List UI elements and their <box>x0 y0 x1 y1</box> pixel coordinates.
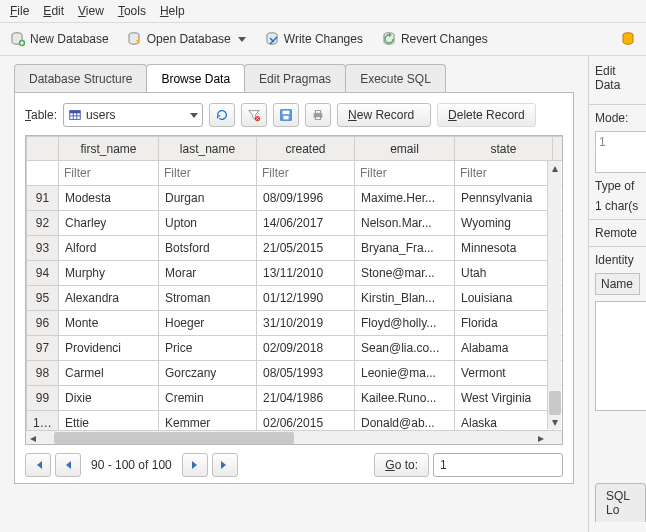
goto-input[interactable] <box>433 453 563 477</box>
cell-email[interactable]: Floyd@holly... <box>355 311 455 336</box>
cell-created[interactable]: 02/06/2015 <box>257 411 355 431</box>
cell-first_name[interactable]: Murphy <box>59 261 159 286</box>
cell-first_name[interactable]: Alexandra <box>59 286 159 311</box>
cell-first_name[interactable]: Charley <box>59 211 159 236</box>
write-changes-button[interactable]: Write Changes <box>264 31 363 47</box>
table-row[interactable]: 98CarmelGorczany08/05/1993Leonie@ma...Ve… <box>27 361 563 386</box>
cell-last_name[interactable]: Durgan <box>159 186 257 211</box>
menu-view[interactable]: View <box>78 4 104 18</box>
tab-database-structure[interactable]: Database Structure <box>14 64 147 92</box>
row-number[interactable]: 98 <box>27 361 59 386</box>
table-row[interactable]: 95AlexandraStroman01/12/1990Kirstin_Blan… <box>27 286 563 311</box>
row-number[interactable]: 97 <box>27 336 59 361</box>
scroll-up-icon[interactable]: ▴ <box>548 161 561 175</box>
row-number[interactable]: 95 <box>27 286 59 311</box>
prev-page-button[interactable] <box>55 453 81 477</box>
filter-state[interactable] <box>457 163 550 183</box>
cell-state[interactable]: Alabama <box>455 336 553 361</box>
cell-email[interactable]: Donald@ab... <box>355 411 455 431</box>
cell-first_name[interactable]: Dixie <box>59 386 159 411</box>
cell-created[interactable]: 08/05/1993 <box>257 361 355 386</box>
table-row[interactable]: 99DixieCremin21/04/1986Kailee.Runo...Wes… <box>27 386 563 411</box>
cell-last_name[interactable]: Botsford <box>159 236 257 261</box>
save-button[interactable] <box>273 103 299 127</box>
cell-last_name[interactable]: Stroman <box>159 286 257 311</box>
cell-email[interactable]: Maxime.Her... <box>355 186 455 211</box>
table-row[interactable]: 92CharleyUpton14/06/2017Nelson.Mar...Wyo… <box>27 211 563 236</box>
refresh-button[interactable] <box>209 103 235 127</box>
table-row[interactable]: 97ProvidenciPrice02/09/2018Sean@lia.co..… <box>27 336 563 361</box>
cell-created[interactable]: 13/11/2010 <box>257 261 355 286</box>
table-row[interactable]: 100EttieKemmer02/06/2015Donald@ab...Alas… <box>27 411 563 431</box>
cell-email[interactable]: Kirstin_Blan... <box>355 286 455 311</box>
extra-button-cut[interactable] <box>620 31 636 47</box>
cell-first_name[interactable]: Modesta <box>59 186 159 211</box>
cell-last_name[interactable]: Kemmer <box>159 411 257 431</box>
cell-last_name[interactable]: Hoeger <box>159 311 257 336</box>
cell-state[interactable]: Alaska <box>455 411 553 431</box>
col-rownum[interactable] <box>27 137 59 161</box>
filter-email[interactable] <box>357 163 452 183</box>
cell-created[interactable]: 02/09/2018 <box>257 336 355 361</box>
menu-file[interactable]: File <box>10 4 29 18</box>
scroll-down-icon[interactable]: ▾ <box>548 415 561 429</box>
scroll-left-icon[interactable]: ◂ <box>26 431 40 445</box>
cell-email[interactable]: Bryana_Fra... <box>355 236 455 261</box>
open-database-button[interactable]: Open Database <box>127 31 246 47</box>
cell-state[interactable]: West Virginia <box>455 386 553 411</box>
cell-state[interactable]: Wyoming <box>455 211 553 236</box>
cell-edit-box[interactable]: 1 <box>595 131 646 173</box>
row-number[interactable]: 92 <box>27 211 59 236</box>
filter-first_name[interactable] <box>61 163 156 183</box>
table-row[interactable]: 93AlfordBotsford21/05/2015Bryana_Fra...M… <box>27 236 563 261</box>
cell-state[interactable]: Minnesota <box>455 236 553 261</box>
cell-first_name[interactable]: Monte <box>59 311 159 336</box>
cell-first_name[interactable]: Alford <box>59 236 159 261</box>
row-number[interactable]: 94 <box>27 261 59 286</box>
col-first_name[interactable]: first_name <box>59 137 159 161</box>
next-page-button[interactable] <box>182 453 208 477</box>
row-number[interactable]: 100 <box>27 411 59 431</box>
cell-state[interactable]: Vermont <box>455 361 553 386</box>
tab-browse-data[interactable]: Browse Data <box>146 64 245 92</box>
horizontal-scrollbar[interactable]: ◂ ▸ <box>26 430 562 444</box>
print-button[interactable] <box>305 103 331 127</box>
cell-last_name[interactable]: Price <box>159 336 257 361</box>
scroll-thumb-h[interactable] <box>54 432 294 444</box>
goto-button[interactable]: Go to: <box>374 453 429 477</box>
menu-help[interactable]: Help <box>160 4 185 18</box>
table-row[interactable]: 94MurphyMorar13/11/2010Stone@mar...Utah <box>27 261 563 286</box>
table-row[interactable]: 91ModestaDurgan08/09/1996Maxime.Her...Pe… <box>27 186 563 211</box>
scroll-thumb[interactable] <box>549 391 561 415</box>
row-number[interactable]: 93 <box>27 236 59 261</box>
col-created[interactable]: created <box>257 137 355 161</box>
cell-state[interactable]: Louisiana <box>455 286 553 311</box>
cell-email[interactable]: Sean@lia.co... <box>355 336 455 361</box>
last-page-button[interactable] <box>212 453 238 477</box>
cell-email[interactable]: Nelson.Mar... <box>355 211 455 236</box>
cell-last_name[interactable]: Cremin <box>159 386 257 411</box>
menu-tools[interactable]: Tools <box>118 4 146 18</box>
cell-created[interactable]: 08/09/1996 <box>257 186 355 211</box>
cell-created[interactable]: 14/06/2017 <box>257 211 355 236</box>
open-db-dropdown[interactable] <box>238 37 246 42</box>
row-number[interactable]: 96 <box>27 311 59 336</box>
table-select[interactable]: users <box>63 103 203 127</box>
cell-state[interactable]: Utah <box>455 261 553 286</box>
filter-last_name[interactable] <box>161 163 254 183</box>
filter-created[interactable] <box>259 163 352 183</box>
cell-last_name[interactable]: Gorczany <box>159 361 257 386</box>
col-state[interactable]: state <box>455 137 553 161</box>
cell-state[interactable]: Pennsylvania <box>455 186 553 211</box>
cell-created[interactable]: 21/05/2015 <box>257 236 355 261</box>
cell-email[interactable]: Leonie@ma... <box>355 361 455 386</box>
first-page-button[interactable] <box>25 453 51 477</box>
col-last_name[interactable]: last_name <box>159 137 257 161</box>
cell-last_name[interactable]: Upton <box>159 211 257 236</box>
scroll-right-icon[interactable]: ▸ <box>534 431 548 445</box>
table-row[interactable]: 96MonteHoeger31/10/2019Floyd@holly...Flo… <box>27 311 563 336</box>
cell-first_name[interactable]: Providenci <box>59 336 159 361</box>
identity-list[interactable] <box>595 301 646 411</box>
col-email[interactable]: email <box>355 137 455 161</box>
cell-first_name[interactable]: Carmel <box>59 361 159 386</box>
